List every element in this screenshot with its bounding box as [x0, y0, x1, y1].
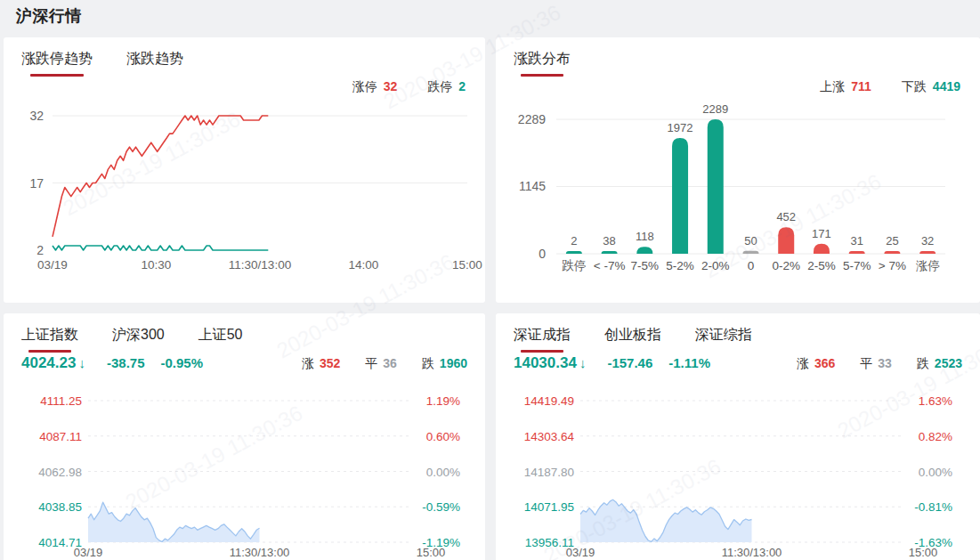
sh-index-tab-0[interactable]: 上证指数: [21, 326, 78, 353]
down-arrow-icon: ↓: [579, 355, 587, 370]
svg-text:1.19%: 1.19%: [426, 394, 460, 408]
panel-limit-trend: 涨跌停趋势涨跌趋势 涨停32跌停2 3217203/1910:3011:30/1…: [4, 37, 485, 303]
tab-label: 上证指数: [21, 327, 78, 342]
sh-index-tabs: 上证指数沪深300上证50: [4, 313, 485, 353]
sz-index-change: -157.46: [607, 355, 652, 370]
svg-text:-0.81%: -0.81%: [914, 500, 952, 514]
svg-text:跌停: 跌停: [562, 259, 586, 272]
svg-text:1145: 1145: [519, 179, 546, 193]
svg-text:11:30/13:00: 11:30/13:00: [229, 258, 291, 272]
bar-6: [778, 227, 794, 254]
legend-value: 2: [458, 79, 466, 93]
sz-index-chart: 14419.491.63%14303.640.82%14187.800.00%1…: [496, 381, 977, 560]
svg-text:4062.98: 4062.98: [38, 466, 82, 479]
svg-text:25: 25: [886, 234, 898, 248]
stat-item: 平36: [365, 356, 397, 372]
bar-9: [884, 251, 900, 254]
svg-text:2: 2: [36, 243, 44, 257]
sh-index-tab-1[interactable]: 沪深300: [112, 326, 165, 353]
svg-text:0: 0: [748, 259, 755, 272]
svg-text:14:00: 14:00: [349, 258, 379, 272]
svg-text:38: 38: [603, 234, 615, 248]
bar-10: [919, 251, 935, 254]
legend-value: 4419: [933, 79, 960, 93]
distribution-legend: 上涨711下跌4419: [496, 77, 980, 98]
stat-value: 352: [320, 356, 340, 370]
stat-value: 1960: [440, 356, 467, 370]
sh-index-quote: 4024.23 ↓ -38.75 -0.95% 涨352平36跌1960: [4, 353, 485, 381]
tab-label: 涨跌趋势: [126, 51, 183, 66]
svg-text:2289: 2289: [702, 102, 728, 116]
stat-label: 平: [860, 356, 872, 370]
legend-item: 下跌4419: [902, 79, 960, 95]
svg-text:15:00: 15:00: [909, 546, 938, 559]
limit-trend-chart: 3217203/1910:3011:30/13:0014:0015:00: [4, 98, 485, 303]
distribution-title: 涨跌分布: [514, 51, 571, 66]
legend-label: 上涨: [820, 79, 845, 93]
sz-index-tabs: 深证成指创业板指深证综指: [496, 313, 980, 353]
stat-label: 平: [365, 356, 377, 370]
tab-label: 沪深300: [112, 327, 165, 342]
series-down: [53, 246, 268, 250]
svg-text:14071.95: 14071.95: [524, 500, 574, 514]
svg-text:涨停: 涨停: [916, 259, 940, 272]
svg-text:5-7%: 5-7%: [843, 259, 871, 272]
stat-label: 跌: [422, 356, 434, 370]
tab-label: 涨跌停趋势: [21, 51, 93, 66]
svg-text:2289: 2289: [518, 112, 546, 126]
limit-trend-tabs: 涨跌停趋势涨跌趋势: [4, 37, 485, 77]
active-tab-underline: [30, 74, 85, 77]
limit-trend-legend: 涨停32跌停2: [4, 77, 485, 98]
bar-8: [849, 251, 865, 254]
distribution-chart: 2289114502跌停38< -7%1187-5%19725-2%22892-…: [496, 98, 980, 303]
sh-index-change: -38.75: [107, 355, 145, 370]
legend-value: 32: [384, 79, 398, 93]
sz-index-quote: 14030.34 ↓ -157.46 -1.11% 涨366平33跌2523: [496, 353, 980, 381]
svg-text:5-2%: 5-2%: [666, 259, 694, 272]
tab-label: 创业板指: [604, 327, 661, 342]
svg-text:0: 0: [539, 247, 546, 261]
limit-trend-tab-0[interactable]: 涨跌停趋势: [21, 50, 93, 77]
stat-item: 跌2523: [917, 356, 962, 372]
bar-5: [743, 251, 759, 254]
active-tab-underline: [521, 74, 564, 77]
panel-sz-index: 深证成指创业板指深证综指 14030.34 ↓ -157.46 -1.11% 涨…: [496, 313, 980, 560]
svg-text:11:30/13:00: 11:30/13:00: [230, 546, 290, 559]
bar-4: [708, 119, 724, 254]
bar-1: [602, 251, 618, 254]
svg-text:03/19: 03/19: [566, 546, 595, 559]
limit-trend-tab-1[interactable]: 涨跌趋势: [126, 50, 183, 77]
area-fill: [88, 502, 260, 542]
svg-text:4111.25: 4111.25: [40, 394, 82, 408]
sz-index-tab-1[interactable]: 创业板指: [604, 326, 661, 353]
legend-value: 711: [851, 79, 871, 93]
svg-text:17: 17: [29, 176, 44, 191]
bar-3: [672, 138, 688, 254]
legend-label: 下跌: [902, 79, 927, 93]
sz-index-pct: -1.11%: [668, 355, 710, 370]
stat-item: 涨366: [797, 356, 835, 372]
sh-index-tab-2[interactable]: 上证50: [198, 326, 243, 353]
sh-index-chart: 4111.251.19%4087.110.60%4062.980.00%4038…: [4, 381, 485, 560]
svg-text:2-0%: 2-0%: [701, 259, 730, 272]
svg-text:2-5%: 2-5%: [807, 259, 836, 272]
svg-text:< -7%: < -7%: [594, 259, 626, 272]
stat-item: 跌1960: [422, 356, 467, 372]
stat-value: 33: [878, 356, 892, 370]
svg-text:118: 118: [636, 230, 654, 243]
active-tab-underline: [521, 350, 564, 353]
sz-index-stats: 涨366平33跌2523: [797, 356, 962, 372]
svg-text:0-2%: 0-2%: [772, 259, 800, 272]
svg-text:0.60%: 0.60%: [426, 430, 460, 443]
svg-text:171: 171: [812, 227, 831, 240]
legend-item: 涨停32: [352, 79, 398, 95]
tab-label: 上证50: [198, 327, 243, 342]
distribution-title-tab[interactable]: 涨跌分布: [514, 50, 571, 77]
distribution-head: 涨跌分布: [496, 37, 980, 77]
svg-text:50: 50: [744, 234, 757, 248]
bar-2: [636, 247, 652, 254]
sz-index-tab-0[interactable]: 深证成指: [514, 326, 571, 353]
svg-text:-0.59%: -0.59%: [422, 500, 460, 514]
sz-index-tab-2[interactable]: 深证综指: [695, 326, 752, 353]
area-fill: [580, 499, 752, 542]
